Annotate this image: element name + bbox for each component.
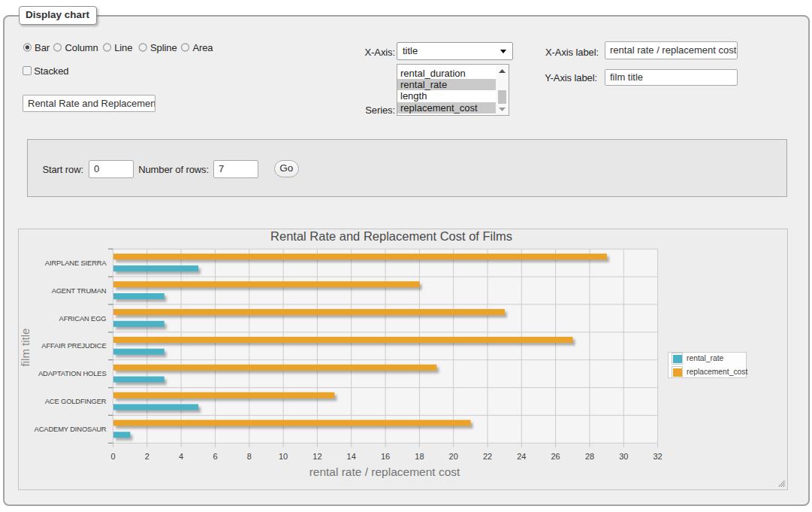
svg-text:26: 26 [551,452,560,461]
svg-text:AFFAIR PREJUDICE: AFFAIR PREJUDICE [41,341,106,350]
svg-text:24: 24 [517,452,526,461]
svg-text:0: 0 [110,452,115,461]
svg-text:AFRICAN EGG: AFRICAN EGG [59,314,107,323]
svg-text:12: 12 [312,452,321,461]
svg-text:AIRPLANE SIERRA: AIRPLANE SIERRA [45,259,107,267]
svg-text:20: 20 [449,452,458,461]
svg-text:16: 16 [381,452,390,461]
svg-text:18: 18 [415,452,424,461]
svg-text:AGENT TRUMAN: AGENT TRUMAN [52,286,107,295]
svg-text:6: 6 [213,452,217,461]
svg-text:ACE GOLDFINGER: ACE GOLDFINGER [45,397,107,405]
svg-text:ACADEMY DINOSAUR: ACADEMY DINOSAUR [35,425,107,433]
svg-text:8: 8 [247,452,252,461]
svg-text:32: 32 [653,452,662,461]
svg-text:28: 28 [585,452,594,461]
svg-text:10: 10 [279,452,288,461]
svg-text:14: 14 [347,452,356,461]
svg-text:4: 4 [179,452,183,461]
svg-text:ADAPTATION HOLES: ADAPTATION HOLES [38,369,107,377]
svg-text:30: 30 [619,452,628,461]
svg-text:2: 2 [145,452,149,461]
svg-text:22: 22 [483,452,492,461]
